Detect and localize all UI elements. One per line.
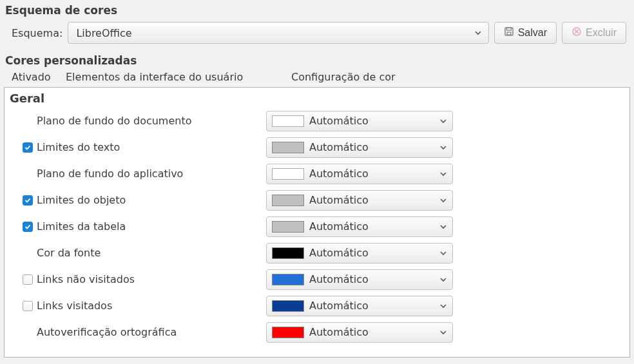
- color-row: Limites do textoAutomático: [5, 134, 629, 160]
- column-headers: Ativado Elementos da interface do usuári…: [0, 70, 634, 87]
- chevron-down-icon: [439, 223, 447, 231]
- color-combobox-value: Automático: [309, 220, 434, 233]
- checkbox-wrap: [23, 142, 37, 153]
- color-swatch: [272, 274, 304, 285]
- chevron-down-icon: [439, 117, 447, 125]
- enable-checkbox[interactable]: [23, 142, 33, 153]
- color-row: Limites da tabelaAutomático: [5, 213, 629, 240]
- rows-container: Plano de fundo do documentoAutomáticoLim…: [5, 108, 629, 345]
- color-combobox-value: Automático: [309, 300, 434, 312]
- color-combobox-value: Automático: [309, 115, 434, 127]
- header-ui-elements: Elementos da interface do usuário: [66, 71, 291, 83]
- color-combobox-value: Automático: [309, 326, 434, 338]
- color-combobox-value: Automático: [309, 273, 434, 285]
- color-row: Plano de fundo do aplicativoAutomático: [5, 160, 629, 187]
- row-label: Links não visitados: [37, 273, 266, 285]
- color-combobox-value: Automático: [309, 194, 434, 206]
- chevron-down-icon: [439, 249, 447, 257]
- checkbox-wrap: [23, 222, 37, 232]
- save-button-label: Salvar: [518, 27, 547, 39]
- color-row: Links visitadosAutomático: [5, 292, 629, 319]
- row-label: Cor da fonte: [37, 247, 266, 259]
- color-combobox[interactable]: Automático: [266, 164, 453, 184]
- color-swatch: [272, 168, 304, 180]
- row-label: Plano de fundo do aplicativo: [37, 168, 266, 180]
- color-combobox[interactable]: Automático: [266, 190, 453, 211]
- color-combobox[interactable]: Automático: [266, 269, 453, 290]
- checkbox-wrap: [23, 301, 37, 311]
- color-combobox[interactable]: Automático: [266, 216, 453, 237]
- section-color-scheme-title: Esquema de cores: [0, 0, 634, 19]
- color-combobox[interactable]: Automático: [266, 296, 453, 316]
- colors-panel: Geral Plano de fundo do documentoAutomát…: [4, 87, 630, 358]
- color-row: Plano de fundo do documentoAutomático: [5, 108, 629, 134]
- section-custom-colors-title: Cores personalizadas: [0, 50, 634, 70]
- color-row: Limites do objetoAutomático: [5, 187, 629, 213]
- chevron-down-icon: [439, 276, 447, 283]
- header-enabled: Ativado: [12, 71, 66, 83]
- save-icon: [504, 26, 514, 39]
- row-label: Plano de fundo do documento: [37, 115, 266, 127]
- chevron-down-icon: [439, 196, 447, 204]
- delete-button-label: Excluir: [586, 27, 617, 39]
- row-label: Limites da tabela: [37, 220, 266, 233]
- color-combobox-value: Automático: [309, 141, 434, 153]
- delete-icon: [572, 26, 582, 39]
- scheme-row: Esquema: LibreOffice Salvar Excluir: [0, 19, 634, 50]
- row-label: Links visitados: [37, 300, 266, 312]
- color-swatch: [272, 115, 304, 127]
- color-swatch: [272, 221, 304, 233]
- color-combobox-value: Automático: [309, 168, 434, 180]
- chevron-down-icon: [474, 29, 482, 37]
- enable-checkbox[interactable]: [23, 195, 33, 206]
- checkbox-wrap: [23, 274, 37, 285]
- scheme-label: Esquema:: [12, 27, 62, 39]
- group-general-label: Geral: [5, 88, 629, 108]
- color-combobox-value: Automático: [309, 247, 434, 259]
- color-row: Autoverificação ortográficaAutomático: [5, 319, 629, 345]
- chevron-down-icon: [439, 329, 447, 336]
- color-combobox[interactable]: Automático: [266, 137, 453, 158]
- color-combobox[interactable]: Automático: [266, 322, 453, 343]
- enable-checkbox[interactable]: [23, 222, 33, 232]
- svg-rect-0: [505, 28, 513, 35]
- color-swatch: [272, 142, 304, 153]
- save-button[interactable]: Salvar: [494, 22, 557, 44]
- delete-button[interactable]: Excluir: [562, 22, 626, 44]
- color-swatch: [272, 195, 304, 206]
- svg-rect-2: [507, 32, 511, 35]
- row-label: Limites do texto: [37, 141, 266, 153]
- scheme-combobox-value: LibreOffice: [76, 27, 131, 39]
- color-row: Cor da fonteAutomático: [5, 240, 629, 266]
- enable-checkbox[interactable]: [23, 301, 33, 311]
- chevron-down-icon: [439, 302, 447, 310]
- color-swatch: [272, 327, 304, 338]
- checkbox-wrap: [23, 195, 37, 206]
- color-combobox[interactable]: Automático: [266, 111, 453, 131]
- color-row: Links não visitadosAutomático: [5, 266, 629, 292]
- chevron-down-icon: [439, 144, 447, 151]
- color-swatch: [272, 300, 304, 312]
- scheme-combobox[interactable]: LibreOffice: [68, 22, 488, 44]
- chevron-down-icon: [439, 170, 447, 178]
- color-combobox[interactable]: Automático: [266, 243, 453, 263]
- row-label: Limites do objeto: [37, 194, 266, 206]
- enable-checkbox[interactable]: [23, 274, 33, 285]
- color-swatch: [272, 247, 304, 259]
- row-label: Autoverificação ortográfica: [37, 326, 266, 338]
- header-color-setting: Configuração de cor: [291, 71, 396, 83]
